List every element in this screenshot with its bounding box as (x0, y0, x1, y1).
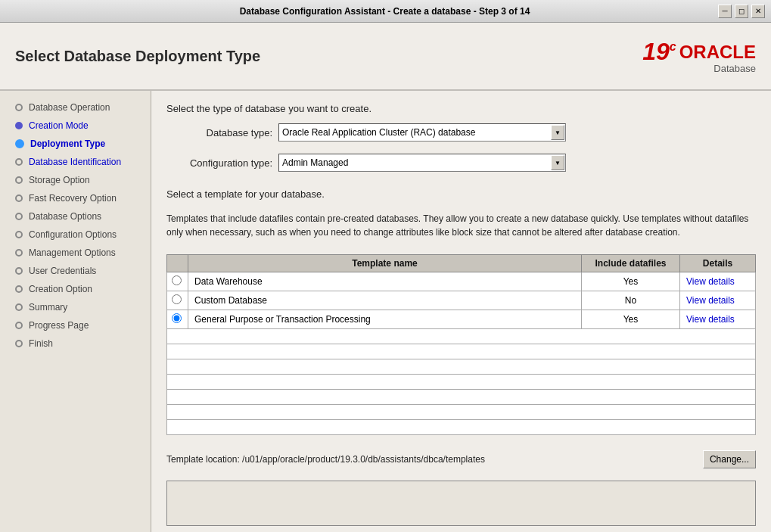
radio-cell-data-warehouse[interactable] (167, 272, 188, 291)
table-row-empty-1 (167, 329, 756, 344)
sidebar-item-database-options: Database Options (0, 207, 151, 226)
sidebar-item-configuration-options: Configuration Options (0, 226, 151, 244)
table-row-empty-6 (167, 405, 756, 420)
sidebar-dot (15, 104, 23, 111)
main-panel: Select the type of database you want to … (151, 91, 771, 532)
close-button[interactable]: ✕ (751, 5, 765, 18)
details-general-purpose[interactable]: View details (680, 310, 756, 329)
configuration-type-label: Configuration type: (166, 157, 272, 169)
datafiles-general-purpose: Yes (582, 310, 680, 329)
radio-data-warehouse[interactable] (172, 275, 182, 285)
view-details-link-custom-database[interactable]: View details (686, 295, 735, 306)
sidebar-dot (15, 285, 23, 293)
sidebar-dot (15, 303, 23, 311)
title-bar: Database Configuration Assistant - Creat… (0, 0, 771, 23)
database-type-row: Database type: Oracle Real Application C… (166, 123, 756, 142)
main-window: Select Database Deployment Type 19c ORAC… (0, 23, 771, 532)
sidebar-dot (15, 176, 23, 184)
content-area: Database Operation Creation Mode Deploym… (0, 91, 771, 532)
maximize-button[interactable]: ◻ (735, 5, 748, 18)
sidebar: Database Operation Creation Mode Deploym… (0, 91, 151, 532)
table-row-empty-5 (167, 390, 756, 405)
sidebar-dot (15, 267, 23, 275)
template-table: Template name Include datafiles Details … (166, 254, 756, 435)
template-name-general-purpose: General Purpose or Transaction Processin… (188, 310, 582, 329)
sidebar-dot (15, 249, 23, 257)
instruction-text: Select the type of database you want to … (166, 103, 756, 114)
sidebar-dot (15, 231, 23, 238)
table-row-empty-3 (167, 359, 756, 375)
sidebar-dot (15, 213, 23, 220)
radio-cell-custom-database[interactable] (167, 291, 188, 310)
sidebar-item-summary: Summary (0, 298, 151, 316)
configuration-type-row: Configuration type: Admin Managed Policy… (166, 154, 756, 172)
sidebar-item-database-operation: Database Operation (0, 98, 151, 117)
sidebar-item-finish: Finish (0, 334, 151, 353)
view-details-link-general-purpose[interactable]: View details (686, 314, 735, 325)
template-location-path: /u01/app/oracle/product/19.3.0/db/assist… (242, 454, 485, 465)
table-header-template-name: Template name (188, 255, 582, 272)
database-type-select-wrapper: Oracle Real Application Cluster (RAC) da… (278, 123, 566, 142)
table-header-include-datafiles: Include datafiles (582, 255, 680, 272)
table-row: Data Warehouse Yes View details (167, 272, 756, 291)
view-details-link-data-warehouse[interactable]: View details (686, 276, 735, 287)
oracle-logo: 19c ORACLE Database (642, 38, 756, 74)
sidebar-item-management-options: Management Options (0, 244, 151, 262)
table-row-empty-7 (167, 420, 756, 435)
template-heading: Select a template for your database. (166, 188, 756, 200)
table-header-select (167, 255, 188, 272)
sidebar-item-deployment-type: Deployment Type (0, 135, 151, 153)
change-button[interactable]: Change... (703, 450, 756, 468)
configuration-type-select-wrapper: Admin Managed Policy Managed ▼ (278, 154, 566, 172)
oracle-product: Database (713, 63, 756, 74)
title-bar-controls: ─ ◻ ✕ (718, 5, 765, 18)
sidebar-item-database-identification[interactable]: Database Identification (0, 153, 151, 171)
sidebar-dot (15, 122, 23, 129)
sidebar-item-creation-option: Creation Option (0, 280, 151, 298)
radio-custom-database[interactable] (172, 294, 182, 304)
radio-general-purpose[interactable] (172, 313, 182, 323)
table-header-details: Details (680, 255, 756, 272)
sidebar-item-user-credentials: User Credentials (0, 262, 151, 280)
description-box (166, 481, 756, 526)
template-name-custom-database: Custom Database (188, 291, 582, 310)
table-row-empty-2 (167, 344, 756, 359)
details-custom-database[interactable]: View details (680, 291, 756, 310)
sidebar-active-dot (15, 139, 24, 148)
sidebar-item-progress-page: Progress Page (0, 316, 151, 334)
template-description: Templates that include datafiles contain… (166, 212, 756, 239)
database-type-label: Database type: (166, 127, 272, 138)
table-row-empty-4 (167, 375, 756, 390)
table-row: Custom Database No View details (167, 291, 756, 310)
datafiles-data-warehouse: Yes (582, 272, 680, 291)
template-location-text: Template location: /u01/app/oracle/produ… (166, 454, 485, 465)
details-data-warehouse[interactable]: View details (680, 272, 756, 291)
sidebar-dot (15, 194, 23, 202)
datafiles-custom-database: No (582, 291, 680, 310)
template-name-data-warehouse: Data Warehouse (188, 272, 582, 291)
sidebar-item-fast-recovery-option: Fast Recovery Option (0, 189, 151, 207)
table-row: General Purpose or Transaction Processin… (167, 310, 756, 329)
sidebar-item-storage-option: Storage Option (0, 171, 151, 189)
template-location-label: Template location: (166, 454, 242, 465)
page-title: Select Database Deployment Type (15, 48, 260, 65)
sidebar-dot (15, 340, 23, 347)
oracle-version: 19c (642, 38, 676, 66)
header: Select Database Deployment Type 19c ORAC… (0, 23, 771, 91)
database-type-select[interactable]: Oracle Real Application Cluster (RAC) da… (278, 123, 566, 142)
sidebar-item-creation-mode[interactable]: Creation Mode (0, 117, 151, 135)
template-location-bar: Template location: /u01/app/oracle/produ… (166, 450, 756, 468)
sidebar-dot (15, 322, 23, 329)
title-bar-text: Database Configuration Assistant - Creat… (51, 6, 718, 17)
oracle-brand: ORACLE (679, 42, 756, 63)
configuration-type-select[interactable]: Admin Managed Policy Managed (278, 154, 566, 172)
minimize-button[interactable]: ─ (718, 5, 732, 18)
sidebar-dot (15, 158, 23, 166)
radio-cell-general-purpose[interactable] (167, 310, 188, 329)
